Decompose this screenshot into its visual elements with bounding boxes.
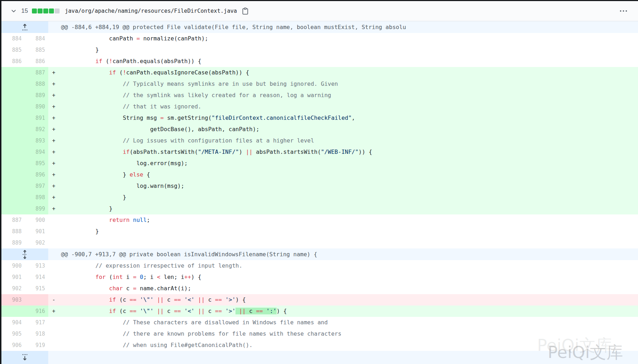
new-line-number[interactable]: 894 [25, 146, 48, 158]
old-line-number[interactable] [1, 78, 25, 90]
old-line-number[interactable] [1, 135, 25, 146]
new-line-number[interactable]: 893 [25, 135, 48, 146]
old-line-number[interactable] [1, 158, 25, 169]
old-line-number[interactable]: 903 [1, 294, 25, 306]
expand-both-icon[interactable] [22, 250, 28, 259]
diff-marker [48, 328, 58, 340]
new-line-number[interactable]: 899 [25, 203, 48, 214]
code-line: if(absPath.startsWith("/META-INF/") || a… [58, 146, 638, 158]
diffstat-block-added [43, 9, 48, 13]
old-line-number[interactable]: 901 [1, 271, 25, 283]
diff-marker [48, 44, 58, 56]
diff-line-892: 892+ getDocBase(), absPath, canPath); [1, 124, 638, 135]
old-line-number[interactable] [1, 192, 25, 203]
old-line-number[interactable] [1, 306, 25, 317]
diff-line-889: 889+ // the symlink was likely created f… [1, 90, 638, 101]
new-line-number[interactable]: 889 [25, 90, 48, 101]
old-line-number[interactable]: 904 [1, 317, 25, 328]
new-line-number[interactable]: 917 [25, 317, 48, 328]
old-line-number[interactable] [1, 169, 25, 180]
diffstat [32, 9, 60, 13]
old-line-number[interactable]: 889 [1, 237, 25, 248]
old-line-number[interactable] [1, 67, 25, 78]
new-line-number[interactable]: 902 [25, 237, 48, 248]
diff-line-886: 886886 if (!canPath.equals(absPath)) { [1, 56, 638, 67]
diff-line-903: 903- if (c == '\"' || c == '<' || c == '… [1, 294, 638, 306]
hunk-gutter [1, 21, 48, 33]
kebab-menu-icon[interactable] [620, 10, 627, 12]
new-line-number[interactable]: 884 [25, 33, 48, 44]
new-line-number[interactable]: 913 [25, 260, 48, 271]
new-line-number[interactable]: 887 [25, 67, 48, 78]
code-line: } else { [58, 169, 638, 180]
old-line-number[interactable]: 887 [1, 214, 25, 226]
code-line: } [58, 203, 638, 214]
code-line: // Log issues with configuration files a… [58, 135, 638, 146]
diff-marker: + [48, 306, 58, 317]
diff-viewer: 15 java/org/apache/naming/resources/File… [0, 0, 638, 364]
new-line-number[interactable]: 896 [25, 169, 48, 180]
new-line-number[interactable]: 916 [25, 306, 48, 317]
code-line: } [58, 192, 638, 203]
old-line-number[interactable] [1, 203, 25, 214]
diff-line-919: 906919 // when using File#getCanonicalPa… [1, 340, 638, 351]
diffstat-block-added [49, 9, 54, 13]
diff-line-899: 899+ } [1, 203, 638, 214]
code-line: log.error(msg); [58, 158, 638, 169]
diff-line-891: 891+ String msg = sm.getString("fileDirC… [1, 112, 638, 124]
code-line: if (c == '\"' || c == '<' || c == '>') { [58, 294, 638, 306]
new-line-number[interactable]: 886 [25, 56, 48, 67]
new-line-number[interactable]: 901 [25, 226, 48, 237]
new-line-number[interactable]: 892 [25, 124, 48, 135]
code-line: String msg = sm.getString("fileDirContex… [58, 112, 638, 124]
old-line-number[interactable]: 906 [1, 340, 25, 351]
expand-footer-row [1, 351, 638, 364]
old-line-number[interactable]: 902 [1, 283, 25, 294]
code-line: if (!canPath.equals(absPath)) { [58, 56, 638, 67]
new-line-number[interactable]: 891 [25, 112, 48, 124]
new-line-number[interactable]: 900 [25, 214, 48, 226]
hunk-gutter [1, 248, 48, 260]
code-line: } [58, 226, 638, 237]
new-line-number[interactable]: 897 [25, 180, 48, 192]
old-line-number[interactable] [1, 180, 25, 192]
old-line-number[interactable]: 885 [1, 44, 25, 56]
diff-line-900: 887900 return null; [1, 214, 638, 226]
diff-line-915: 902915 char c = name.charAt(i); [1, 283, 638, 294]
new-line-number[interactable]: 915 [25, 283, 48, 294]
old-line-number[interactable] [1, 124, 25, 135]
diff-marker [48, 214, 58, 226]
expand-down-icon[interactable] [22, 353, 28, 362]
old-line-number[interactable]: 888 [1, 226, 25, 237]
hunk-header-row: @@ -900,7 +913,7 @@ private boolean isIn… [1, 248, 638, 260]
new-line-number[interactable]: 895 [25, 158, 48, 169]
new-line-number[interactable]: 890 [25, 101, 48, 112]
new-line-number[interactable]: 914 [25, 271, 48, 283]
code-line: // These characters are disallowed in Wi… [58, 317, 638, 328]
new-line-number[interactable]: 888 [25, 78, 48, 90]
diff-marker: + [48, 158, 58, 169]
diff-marker: + [48, 78, 58, 90]
copy-icon[interactable] [242, 7, 249, 15]
diffstat-block-neutral [55, 9, 60, 13]
old-line-number[interactable] [1, 146, 25, 158]
new-line-number[interactable]: 918 [25, 328, 48, 340]
old-line-number[interactable] [1, 101, 25, 112]
new-line-number[interactable]: 919 [25, 340, 48, 351]
old-line-number[interactable]: 886 [1, 56, 25, 67]
expand-up-icon[interactable] [22, 23, 28, 31]
old-line-number[interactable] [1, 112, 25, 124]
chevron-down-icon[interactable] [11, 8, 17, 14]
diff-line-898: 898+ } [1, 192, 638, 203]
hunk-header-text [48, 351, 638, 364]
new-line-number[interactable] [25, 294, 48, 306]
new-line-number[interactable]: 898 [25, 192, 48, 203]
old-line-number[interactable] [1, 90, 25, 101]
old-line-number[interactable]: 884 [1, 33, 25, 44]
diff-line-888: 888+ // Typically means symlinks are in … [1, 78, 638, 90]
old-line-number[interactable]: 905 [1, 328, 25, 340]
new-line-number[interactable]: 885 [25, 44, 48, 56]
old-line-number[interactable]: 900 [1, 260, 25, 271]
hunk-header-text: @@ -900,7 +913,7 @@ private boolean isIn… [48, 248, 638, 260]
hunk-header-text: @@ -884,6 +884,19 @@ protected File vali… [48, 21, 638, 33]
